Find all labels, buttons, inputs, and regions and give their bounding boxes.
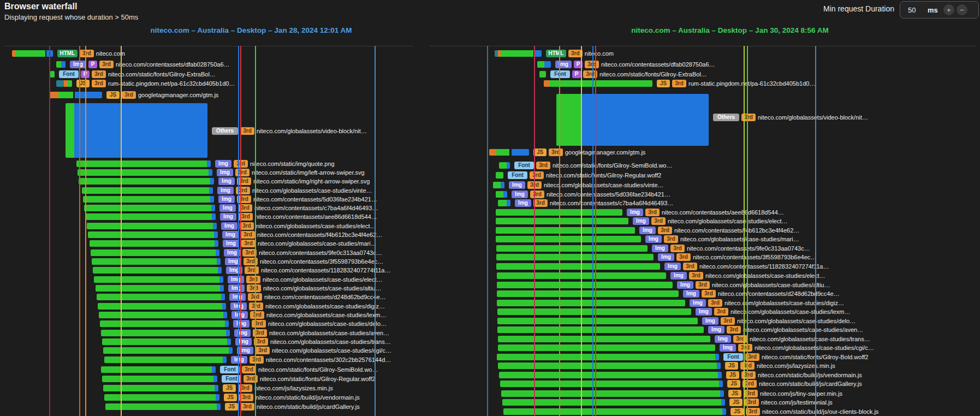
request-bar[interactable] <box>497 282 673 288</box>
request-label[interactable]: Img3rdniteco.com/globalassets/case-studi… <box>234 329 389 337</box>
request-label[interactable]: Font3rdniteco.com/static/fonts/Gilroy-Re… <box>508 171 661 179</box>
request-label[interactable]: FontP3rdniteco.com/static/fonts/Gilroy-E… <box>550 70 707 78</box>
request-bar[interactable] <box>101 366 216 373</box>
request-label[interactable]: ImgP3rdniteco.com/contentassets/dfab0287… <box>555 61 715 68</box>
request-bar[interactable] <box>498 344 715 351</box>
request-bar[interactable] <box>94 276 223 283</box>
request-bar[interactable] <box>91 249 219 256</box>
request-label[interactable]: Others3rdniteco.com/globalassets/video-b… <box>212 127 367 135</box>
request-bar[interactable] <box>498 336 710 342</box>
request-bar[interactable] <box>496 245 648 252</box>
request-label[interactable]: Font3rdniteco.com/static/fonts/Gilroy-Bo… <box>723 353 868 361</box>
request-bar[interactable] <box>56 80 72 87</box>
request-label[interactable]: JS3rdniteco.com/js/testimonial.js <box>729 399 833 406</box>
request-label[interactable]: Img3rdniteco.com/contentassets/aee86d661… <box>220 213 377 221</box>
request-label[interactable]: Img3rdniteco.com/globalassets/case-studi… <box>237 347 391 354</box>
request-bar[interactable] <box>102 376 217 382</box>
request-bar[interactable] <box>503 408 726 415</box>
request-label[interactable]: Img3rdniteco.com/globalassets/case-studi… <box>720 344 874 352</box>
request-bar[interactable] <box>537 61 551 68</box>
request-bar[interactable] <box>497 326 704 333</box>
request-label[interactable]: Img3rdniteco.com/globalassets/case-studi… <box>677 281 830 289</box>
request-label[interactable]: JS3rdniteco.com/static/build/js/cardGall… <box>225 403 360 411</box>
request-bar[interactable] <box>92 258 221 265</box>
request-bar[interactable] <box>496 218 628 224</box>
request-label[interactable]: Img3rdniteco.com/contentassets/f4b612bc3… <box>639 227 799 234</box>
request-bar[interactable] <box>96 285 224 292</box>
request-label[interactable]: Img3rdniteco.com/contentassets/3f5598793… <box>225 258 383 265</box>
request-bar[interactable] <box>82 187 213 194</box>
request-bar[interactable] <box>100 320 229 327</box>
request-label[interactable]: Img3rdniteco.com/contentassets/3f5598793… <box>658 253 816 261</box>
request-bar[interactable] <box>496 236 641 242</box>
request-label[interactable]: Img3rdniteco.com/globalassets/case-studi… <box>715 335 870 343</box>
request-bar[interactable] <box>497 308 691 315</box>
request-bar[interactable] <box>84 205 215 211</box>
request-label[interactable]: Img3rdniteco.com/contentassets/9fe0c313a… <box>652 245 810 252</box>
request-label[interactable]: JS3rdniteco.com/static/build/js/vendorma… <box>224 394 360 401</box>
request-bar[interactable] <box>50 71 55 78</box>
request-label[interactable]: Img3rdniteco.com/globalassets/case-studi… <box>708 326 863 334</box>
request-label[interactable]: Img3rdniteco.com/contentassets/c7ba4a6f4… <box>219 204 378 212</box>
request-label[interactable]: JS3rdniteco.com/js/tiny-swiper.min.js <box>728 390 842 397</box>
request-label[interactable]: Img3rdniteco.com/globalassets/case-studi… <box>633 217 788 225</box>
request-bar[interactable] <box>87 223 217 229</box>
request-bar[interactable] <box>98 303 226 310</box>
request-bar[interactable] <box>496 227 635 234</box>
request-bar[interactable] <box>496 191 507 198</box>
request-bar[interactable] <box>497 354 719 360</box>
request-bar[interactable] <box>79 178 214 185</box>
request-label[interactable]: JS3rdniteco.com/js/lazysizes.min.js <box>725 362 835 370</box>
request-bar[interactable] <box>105 403 221 410</box>
request-bar[interactable] <box>76 161 211 167</box>
request-bar-long[interactable] <box>556 94 709 146</box>
request-bar[interactable] <box>502 399 725 406</box>
request-bar[interactable] <box>104 356 227 363</box>
request-label[interactable]: Font3rdniteco.com/static/fonts/Gilroy-Re… <box>222 375 375 383</box>
request-bar[interactable] <box>88 231 218 238</box>
request-bar[interactable] <box>493 182 504 188</box>
request-bar[interactable] <box>78 169 212 176</box>
request-bar[interactable] <box>498 200 510 206</box>
request-bar[interactable] <box>97 294 225 300</box>
request-bar[interactable] <box>497 290 679 297</box>
request-bar[interactable] <box>496 172 503 179</box>
request-bar[interactable] <box>499 372 722 378</box>
request-label[interactable]: Img3rdniteco.com/globalassets/case-studi… <box>645 235 799 243</box>
request-bar[interactable] <box>56 61 66 68</box>
request-label[interactable]: Img3rdniteco.com/contentassets/9fe0c313a… <box>224 249 382 257</box>
request-label[interactable]: Img3rdniteco.com/contentassets/aee86d661… <box>627 209 784 216</box>
request-label[interactable]: Img3rdniteco.com/globalassets/case-studi… <box>230 302 385 310</box>
request-bar[interactable] <box>49 92 102 98</box>
request-label[interactable]: Img3rdniteco.com/contentassets/118283240… <box>226 266 390 274</box>
request-label[interactable]: Img3rdniteco.com/contentassets/d248d62bd… <box>229 293 386 301</box>
request-bar[interactable] <box>86 213 216 220</box>
request-bar[interactable] <box>539 71 546 78</box>
request-label[interactable]: FontP3rdniteco.com/static/fonts/Gilroy-E… <box>59 70 216 78</box>
request-label[interactable]: HTML3rdniteco.com <box>57 50 125 57</box>
request-label[interactable]: Img3rdniteco.com/static/img/quote.png <box>215 160 335 168</box>
request-label[interactable]: Img3rdniteco.com/contentassets/f4b612bc3… <box>222 231 382 239</box>
request-bar[interactable] <box>93 267 222 274</box>
request-bar[interactable] <box>103 347 233 354</box>
request-label[interactable]: Img3rdniteco.com/globalassets/case-studi… <box>221 222 376 230</box>
request-label[interactable]: Img3rdniteco.com/globalassets/case-studi… <box>509 181 664 189</box>
request-label[interactable]: JS3rdrum-static.pingdom.net/pa-61c32cbd4… <box>657 80 815 87</box>
request-label[interactable]: JS3rdgoogletagmanager.com/gtm.js <box>106 91 218 99</box>
request-label[interactable]: Img3rdniteco.com/contentassets/5d036fae2… <box>512 191 670 198</box>
request-bar[interactable] <box>499 162 510 169</box>
request-label[interactable]: Img3rdniteco.com/globalassets/case-studi… <box>702 317 856 325</box>
request-label[interactable]: Img3rdniteco.com/globalassets/case-studi… <box>696 308 850 316</box>
request-label[interactable]: JS3rdniteco.com/js/lazysizes.min.js <box>223 384 333 392</box>
request-label[interactable]: HTML3rdniteco.com <box>546 50 614 57</box>
request-label[interactable]: Img3rdniteco.com/globalassets/case-studi… <box>235 338 391 346</box>
request-bar[interactable] <box>497 300 685 306</box>
request-label[interactable]: ImgP3rdniteco.com/contentassets/dfab0287… <box>70 61 230 68</box>
request-bar[interactable] <box>90 240 218 247</box>
request-label[interactable]: Others3rdniteco.com/globalassets/video-b… <box>713 114 868 121</box>
request-label[interactable]: JS3rdniteco.com/static/build/js/our-clie… <box>730 408 878 415</box>
request-label[interactable]: JS3rdgoogletagmanager.com/gtm.js <box>533 148 645 156</box>
request-bar[interactable] <box>496 254 654 260</box>
request-bar[interactable] <box>496 263 660 270</box>
request-bar[interactable] <box>497 318 698 324</box>
